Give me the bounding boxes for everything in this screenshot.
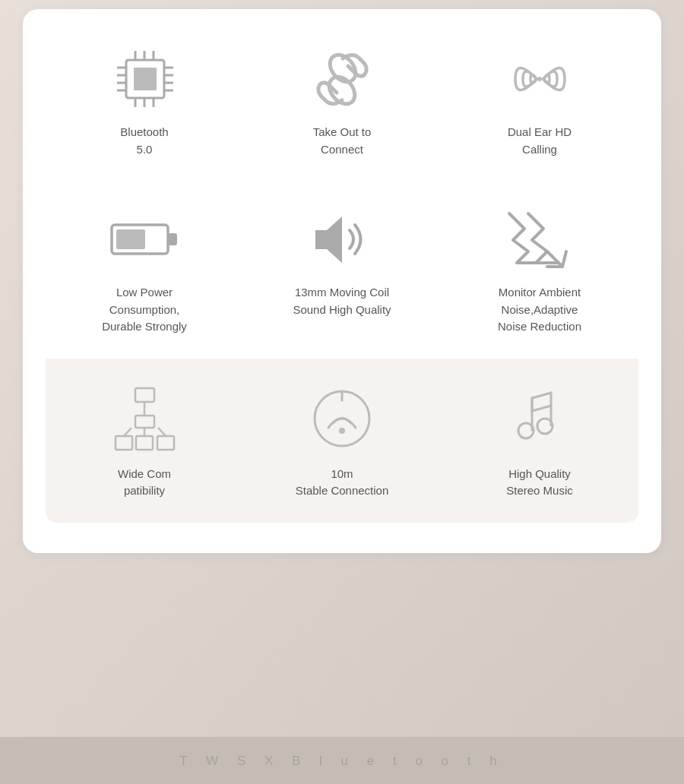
svg-rect-29 [116, 436, 132, 450]
svg-rect-20 [168, 233, 177, 245]
network-icon [109, 385, 181, 454]
feature-stable-conn: 10m Stable Connection [243, 359, 441, 523]
features-grid: Bluetooth 5.0 [46, 21, 638, 523]
bluetooth-label: Bluetooth 5.0 [120, 124, 168, 158]
speaker-icon [306, 207, 378, 272]
battery-icon [109, 207, 181, 272]
svg-point-18 [537, 77, 542, 81]
svg-rect-31 [157, 436, 174, 450]
feature-bluetooth: Bluetooth 5.0 [46, 21, 243, 181]
svg-rect-30 [136, 436, 153, 450]
feature-moving-coil: 13mm Moving Coil Sound High Quality [243, 181, 441, 359]
stable-conn-label: 10m Stable Connection [296, 466, 389, 500]
svg-rect-23 [135, 388, 154, 402]
link-icon [306, 47, 378, 112]
feature-take-out: Take Out to Connect [243, 21, 441, 181]
feature-noise-reduction: Monitor Ambient Noise,Adaptive Noise Red… [441, 181, 638, 359]
take-out-label: Take Out to Connect [313, 124, 372, 158]
wifi-circle-icon [306, 385, 378, 454]
noise-icon [504, 207, 576, 272]
feature-low-power: Low Power Consumption, Durable Strongly [46, 181, 243, 359]
svg-line-26 [124, 428, 131, 436]
sound-waves-icon [504, 47, 576, 112]
svg-rect-25 [135, 416, 154, 428]
svg-rect-1 [134, 68, 157, 90]
bottom-bar: T W S X B l u e t o o t h [0, 737, 684, 784]
main-card: Bluetooth 5.0 [23, 9, 661, 553]
wide-compat-label: Wide Com patibility [118, 466, 171, 500]
svg-point-34 [339, 428, 345, 434]
moving-coil-label: 13mm Moving Coil Sound High Quality [293, 284, 391, 318]
feature-wide-compat: Wide Com patibility [46, 359, 243, 523]
bluetooth-icon [109, 47, 181, 112]
low-power-label: Low Power Consumption, Durable Strongly [102, 284, 187, 336]
music-icon [504, 385, 576, 454]
svg-rect-21 [116, 229, 145, 249]
dual-ear-label: Dual Ear HD Calling [508, 124, 572, 158]
feature-stereo: High Quality Stereo Music [441, 359, 638, 523]
svg-line-28 [158, 428, 166, 436]
noise-reduction-label: Monitor Ambient Noise,Adaptive Noise Red… [498, 284, 581, 336]
feature-dual-ear: Dual Ear HD Calling [441, 21, 638, 181]
stereo-label: High Quality Stereo Music [506, 466, 573, 500]
